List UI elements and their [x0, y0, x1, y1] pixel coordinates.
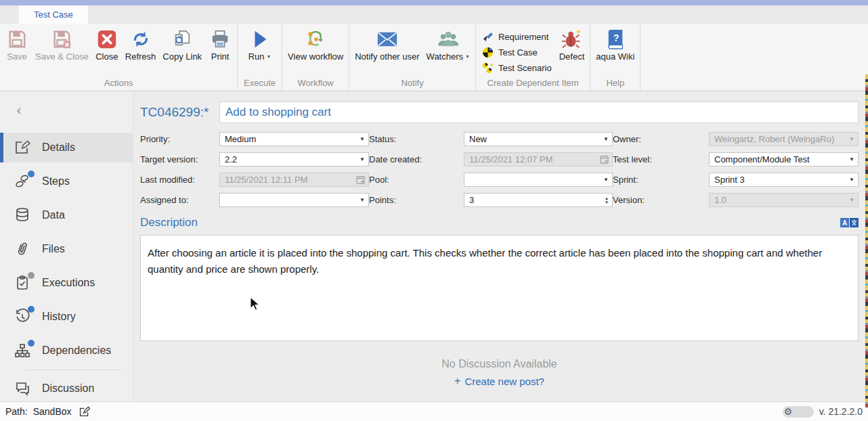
sidebar-item-dependencies[interactable]: Dependencies	[0, 336, 133, 365]
settings-toggle[interactable]: ⚙	[783, 406, 814, 418]
chevron-down-icon: ▼	[360, 197, 365, 203]
last-modified-label: Last modified:	[140, 175, 219, 185]
sprint-select[interactable]: Sprint 3 ▼	[709, 173, 859, 187]
create-defect-button[interactable]: Defect	[556, 25, 588, 64]
dependencies-badge	[28, 340, 35, 347]
sidebar-item-files[interactable]: Files	[0, 234, 133, 264]
sidebar-item-dependencies-label: Dependencies	[42, 345, 111, 357]
create-test-scenario-label: Test Scenario	[498, 63, 552, 73]
edit-path-icon[interactable]	[79, 406, 90, 418]
create-test-case-item[interactable]: Test Case	[478, 45, 556, 60]
run-button[interactable]: Run ▼	[245, 25, 275, 64]
view-workflow-button[interactable]: View workflow	[284, 25, 347, 64]
executions-badge	[28, 272, 35, 279]
plus-icon: +	[454, 375, 460, 387]
sidebar-item-details[interactable]: Details	[0, 133, 133, 162]
ribbon-group-label-actions: Actions	[2, 76, 235, 91]
target-version-select[interactable]: 2.2 ▼	[219, 152, 369, 167]
watchers-icon	[437, 28, 460, 50]
ribbon-group-workflow: View workflow Workflow	[282, 24, 349, 91]
sidebar-item-discussion[interactable]: Discussion	[0, 374, 133, 403]
watchers-button[interactable]: Watchers ▼	[423, 25, 473, 64]
sidebar-item-details-label: Details	[42, 141, 75, 154]
priority-label: Priority:	[140, 134, 219, 144]
sidebar-item-history[interactable]: History	[0, 302, 133, 332]
last-modified-value: 11/25/2021 12:11 PM	[225, 175, 356, 185]
chevron-down-icon: ▼	[267, 54, 272, 60]
app-window: Test Case Save Save & Close	[0, 0, 868, 421]
assigned-to-select[interactable]: ▼	[219, 193, 369, 207]
run-label-row: Run ▼	[248, 52, 272, 62]
description-editor[interactable]: After choosing an article it is placed i…	[140, 235, 859, 341]
print-icon	[209, 28, 232, 50]
chevron-down-icon: ▼	[849, 197, 854, 203]
date-created-value: 11/25/2021 12:07 PM	[469, 154, 600, 164]
test-level-select[interactable]: Component/Module Test ▼	[709, 152, 859, 167]
sidebar-item-data[interactable]: Data	[0, 200, 133, 230]
ribbon-group-create-dependent-item: Requirement Test Case Test Scenario	[476, 24, 590, 91]
copy-link-label: Copy Link	[162, 52, 202, 62]
chevron-down-icon: ▼	[849, 177, 854, 183]
target-version-value: 2.2	[225, 154, 360, 164]
steps-icon	[14, 173, 30, 190]
sidebar-item-steps-label: Steps	[42, 175, 70, 187]
spinner-down-icon[interactable]: ▼	[605, 200, 609, 204]
aqua-wiki-button[interactable]: ? aqua Wiki	[592, 25, 638, 64]
chevron-down-icon: ▼	[849, 156, 854, 162]
notify-other-user-button[interactable]: Notify other user	[351, 25, 422, 64]
translate-latin-icon: A	[840, 218, 849, 227]
print-button[interactable]: Print	[205, 25, 235, 64]
paperclip-icon	[14, 241, 30, 257]
pool-select[interactable]: ▼	[464, 173, 613, 187]
tab-test-case[interactable]: Test Case	[19, 5, 88, 24]
create-new-post-link[interactable]: + Create new post?	[454, 375, 544, 387]
points-spinner[interactable]: 3 ▲ ▼	[464, 193, 613, 207]
translate-icon[interactable]: A	[840, 218, 859, 227]
notify-other-user-label: Notify other user	[355, 52, 419, 62]
history-badge	[28, 306, 35, 313]
ribbon-group-actions: Save Save & Close Close	[0, 24, 238, 91]
sidebar-item-files-label: Files	[42, 243, 65, 255]
chevron-down-icon: ▼	[603, 177, 609, 183]
create-test-scenario-item[interactable]: Test Scenario	[478, 60, 556, 76]
discussion-section: No Discussion Available + Create new pos…	[140, 358, 859, 387]
create-requirement-item[interactable]: Requirement	[478, 29, 556, 45]
chevron-down-icon: ▼	[465, 54, 470, 60]
steps-badge	[28, 171, 35, 177]
sidebar-item-executions[interactable]: Executions	[0, 268, 133, 298]
sidebar: ‹ Details Steps Data Files	[0, 92, 133, 401]
window-top-strip	[0, 0, 868, 5]
sidebar-collapse-button[interactable]: ‹	[12, 103, 26, 116]
save-and-close-icon	[50, 28, 73, 50]
spinner-arrows[interactable]: ▲ ▼	[605, 196, 609, 204]
test-level-value: Component/Module Test	[714, 154, 849, 164]
refresh-button[interactable]: Refresh	[122, 25, 160, 64]
dependencies-icon	[14, 342, 30, 359]
last-modified-field: 11/25/2021 12:11 PM	[219, 173, 369, 187]
create-requirement-label: Requirement	[498, 32, 548, 42]
priority-select[interactable]: Medium ▼	[219, 132, 369, 146]
svg-text:?: ?	[613, 32, 619, 43]
copy-link-button[interactable]: Copy Link	[159, 25, 205, 64]
sprint-value: Sprint 3	[714, 175, 849, 185]
watchers-label: Watchers	[427, 52, 463, 62]
details-icon	[14, 139, 30, 156]
wiki-book-icon: ?	[604, 28, 627, 50]
save-icon	[5, 28, 28, 50]
ribbon-group-notify: Notify other user Watchers ▼ Notify	[349, 24, 476, 91]
close-icon	[95, 28, 118, 50]
test-scenario-icon	[482, 62, 494, 74]
owner-value: Weingartz, Robert (WeingaRo)	[714, 134, 849, 144]
sidebar-item-steps[interactable]: Steps	[0, 167, 133, 196]
status-select[interactable]: New ▼	[464, 132, 613, 146]
chevron-down-icon: ▼	[603, 136, 609, 142]
close-button[interactable]: Close	[92, 25, 122, 64]
title-input[interactable]: Add to shopping cart	[219, 102, 859, 123]
path-value: SandBox	[33, 406, 72, 417]
ribbon-group-help: ? aqua Wiki Help	[590, 24, 641, 91]
test-level-label: Test level:	[613, 154, 709, 164]
defect-icon	[561, 28, 584, 50]
requirement-icon	[482, 31, 494, 43]
chevron-down-icon: ▼	[849, 136, 854, 142]
chevron-down-icon: ▼	[360, 156, 365, 162]
